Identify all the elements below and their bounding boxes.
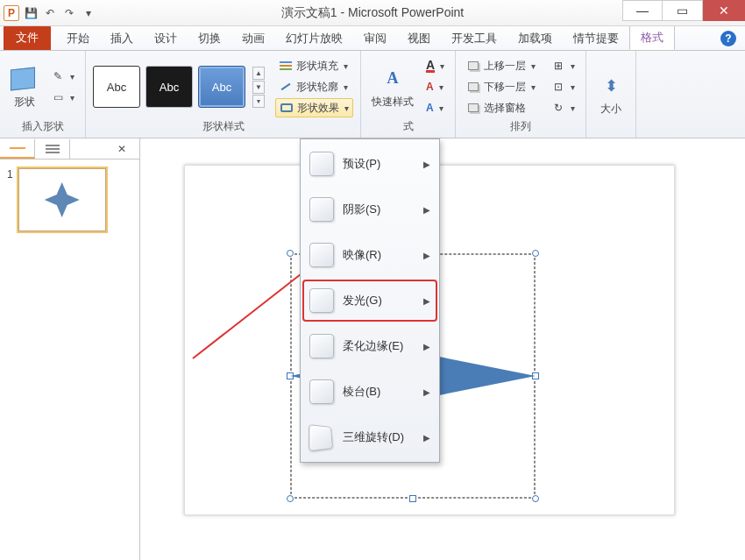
size-icon: ⬍	[597, 72, 625, 100]
shape-outline-button[interactable]: 形状轮廓▾	[275, 77, 353, 96]
effects-icon	[280, 103, 293, 112]
group-button[interactable]: ⊡▾	[548, 77, 578, 96]
submenu-arrow-icon: ▶	[423, 251, 430, 260]
shapes-button[interactable]: 形状	[7, 63, 42, 111]
fill-icon	[280, 65, 292, 67]
close-panel-button[interactable]: ✕	[104, 139, 139, 159]
fx-3d-rotation[interactable]: 三维旋转(D) ▶	[304, 418, 436, 457]
edit-shape-button[interactable]: ✎▾	[47, 67, 78, 86]
text-fill-button[interactable]: A▾	[422, 56, 448, 75]
reflection-icon	[309, 243, 334, 267]
fx-glow[interactable]: 发光(G) ▶	[304, 281, 436, 320]
text-outline-button[interactable]: A▾	[422, 77, 448, 96]
app-icon: P	[4, 5, 19, 21]
rotation-3d-icon	[309, 424, 333, 452]
resize-handle-nw[interactable]	[287, 250, 294, 257]
ribbon-tabs: 文件 开始 插入 设计 切换 动画 幻灯片放映 审阅 视图 开发工具 加载项 情…	[0, 26, 745, 51]
shape-effects-button[interactable]: 形状效果▾	[275, 98, 353, 117]
size-button[interactable]: ⬍ 大小	[593, 70, 628, 118]
resize-handle-se[interactable]	[532, 495, 539, 502]
submenu-arrow-icon: ▶	[423, 159, 430, 169]
shape-style-2[interactable]: Abc	[145, 66, 193, 108]
gallery-up-icon[interactable]: ▲	[252, 67, 265, 80]
cube-icon	[11, 67, 35, 90]
group-label-insert-shapes: 插入形状	[7, 119, 78, 136]
quick-styles-button[interactable]: A 快速样式	[368, 63, 417, 111]
fx-bevel[interactable]: 棱台(B) ▶	[304, 372, 436, 411]
gallery-more-icon[interactable]: ▾	[252, 95, 265, 108]
selection-pane-icon	[468, 103, 479, 112]
shape-style-1[interactable]: Abc	[93, 66, 140, 108]
text-fill-icon: A	[426, 60, 435, 73]
fx-reflection[interactable]: 映像(R) ▶	[304, 236, 436, 274]
resize-handle-sw[interactable]	[287, 495, 294, 502]
tab-file[interactable]: 文件	[4, 25, 51, 50]
text-outline-icon: A	[426, 81, 434, 93]
bring-forward-button[interactable]: 上移一层▾	[463, 56, 539, 75]
gallery-down-icon[interactable]: ▼	[252, 81, 265, 94]
letter-a-icon: A	[387, 69, 399, 88]
ribbon: 形状 ✎▾ ▭▾ 插入形状 Abc Abc Abc ▲ ▼ ▾ 形状填充▾ 形状…	[0, 51, 745, 138]
submenu-arrow-icon: ▶	[423, 296, 430, 306]
send-backward-icon	[468, 82, 479, 91]
outline-icon	[281, 83, 291, 91]
preset-icon	[309, 152, 334, 176]
qat-save-icon[interactable]: 💾	[23, 5, 39, 21]
group-label-shape-styles: 形状样式	[93, 119, 353, 136]
group-size: ⬍ 大小	[586, 51, 636, 138]
slide-number: 1	[7, 168, 13, 231]
tab-slideshow[interactable]: 幻灯片放映	[275, 25, 353, 50]
title-bar: P 💾 ↶ ↷ ▾ 演示文稿1 - Microsoft PowerPoint —…	[0, 0, 745, 26]
send-backward-button[interactable]: 下移一层▾	[463, 77, 539, 96]
fx-shadow[interactable]: 阴影(S) ▶	[304, 190, 436, 229]
slide-panel: ✕ 1	[0, 138, 140, 560]
shape-style-3[interactable]: Abc	[198, 66, 245, 108]
group-arrange: 上移一层▾ 下移一层▾ 选择窗格 ⊞▾ ⊡▾ ↻▾ 排列	[456, 51, 586, 138]
shape-fill-button[interactable]: 形状填充▾	[275, 56, 353, 75]
fx-preset[interactable]: 预设(P) ▶	[304, 145, 436, 183]
close-button[interactable]: ✕	[703, 0, 745, 21]
group-label-size	[593, 134, 628, 136]
tab-storyboard[interactable]: 情节提要	[563, 25, 629, 50]
text-effects-icon: A	[426, 102, 434, 114]
slides-tab[interactable]	[0, 139, 35, 159]
qat-dropdown-icon[interactable]: ▾	[81, 5, 96, 21]
rotate-button[interactable]: ↻▾	[548, 98, 578, 117]
tab-addins[interactable]: 加载项	[507, 25, 563, 50]
text-box-button[interactable]: ▭▾	[47, 88, 78, 107]
group-icon: ⊡	[551, 80, 565, 94]
tab-design[interactable]: 设计	[144, 25, 188, 50]
align-icon: ⊞	[551, 59, 565, 73]
group-label-arrange: 排列	[463, 119, 578, 136]
tab-format[interactable]: 格式	[629, 24, 675, 50]
tab-view[interactable]: 视图	[397, 25, 441, 50]
maximize-button[interactable]: ▭	[663, 0, 703, 21]
qat-redo-icon[interactable]: ↷	[61, 5, 77, 21]
help-icon[interactable]: ?	[720, 31, 736, 46]
selection-pane-button[interactable]: 选择窗格	[463, 98, 539, 117]
tab-transitions[interactable]: 切换	[188, 25, 231, 50]
shadow-icon	[309, 197, 334, 222]
tab-animations[interactable]: 动画	[231, 25, 275, 50]
shape-effects-menu: 预设(P) ▶ 阴影(S) ▶ 映像(R) ▶ 发光(G) ▶ 柔化边缘(E) …	[300, 138, 440, 463]
qat-undo-icon[interactable]: ↶	[42, 5, 58, 21]
canvas-area[interactable]	[140, 138, 745, 560]
outline-tab[interactable]	[35, 139, 70, 159]
group-label-wordart: 式	[368, 119, 448, 136]
submenu-arrow-icon: ▶	[423, 205, 430, 215]
style-gallery-scroll[interactable]: ▲ ▼ ▾	[252, 67, 265, 108]
resize-handle-ne[interactable]	[532, 250, 539, 257]
tab-insert[interactable]: 插入	[100, 25, 144, 50]
fx-soft-edges[interactable]: 柔化边缘(E) ▶	[304, 327, 436, 365]
align-button[interactable]: ⊞▾	[548, 56, 578, 75]
resize-handle-s[interactable]	[409, 495, 416, 502]
slide-thumbnail-1[interactable]	[18, 168, 106, 231]
tab-developer[interactable]: 开发工具	[441, 25, 507, 50]
star-thumbnail-icon	[45, 182, 80, 217]
tab-home[interactable]: 开始	[56, 25, 100, 50]
group-wordart: A 快速样式 A▾ A▾ A▾ 式	[361, 51, 456, 138]
submenu-arrow-icon: ▶	[423, 342, 430, 351]
text-effects-button[interactable]: A▾	[422, 98, 448, 117]
tab-review[interactable]: 审阅	[353, 25, 397, 50]
minimize-button[interactable]: —	[622, 0, 663, 21]
